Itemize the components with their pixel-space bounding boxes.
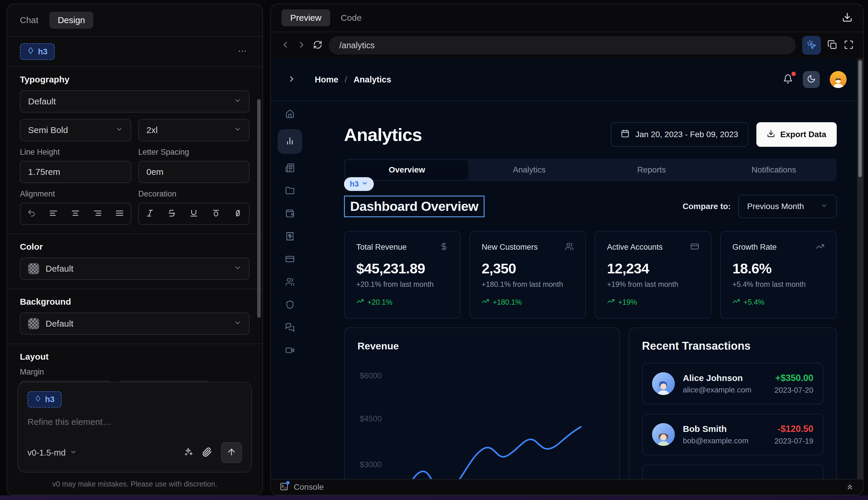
compare-select[interactable]: Previous Month bbox=[738, 195, 837, 218]
margin-label: Margin bbox=[20, 367, 250, 377]
design-mode-button[interactable] bbox=[802, 36, 821, 55]
decoration-toolbar bbox=[138, 203, 250, 225]
underline-icon[interactable] bbox=[187, 206, 200, 221]
selected-heading-outline[interactable]: Dashboard Overview bbox=[344, 196, 485, 217]
selected-element-chip[interactable]: h3 bbox=[20, 43, 55, 60]
stat-subtext: +5.4% from last month bbox=[732, 280, 824, 288]
sidebar-expand-icon[interactable] bbox=[287, 75, 296, 84]
trending-up-icon bbox=[482, 297, 489, 307]
app-top-nav: Home / Analytics bbox=[271, 58, 863, 101]
align-center-icon[interactable] bbox=[69, 206, 82, 221]
user-avatar[interactable] bbox=[830, 71, 847, 88]
url-input[interactable]: /analytics bbox=[329, 36, 796, 54]
folder-icon[interactable] bbox=[285, 186, 294, 196]
tab-notifications[interactable]: Notifications bbox=[713, 160, 835, 180]
align-left-icon[interactable] bbox=[47, 206, 60, 221]
tab-code[interactable]: Code bbox=[341, 13, 362, 23]
users-icon bbox=[565, 242, 574, 252]
element-tag-chip[interactable]: h3 bbox=[344, 177, 374, 191]
console-bar[interactable]: Console bbox=[271, 479, 863, 495]
copy-icon[interactable] bbox=[828, 40, 837, 51]
transaction-date: 2023-07-20 bbox=[775, 386, 813, 395]
line-height-input[interactable]: 1.75rem bbox=[20, 161, 131, 183]
tab-reports[interactable]: Reports bbox=[590, 160, 713, 180]
notification-dot bbox=[791, 72, 796, 76]
font-weight-select[interactable]: Semi Bold bbox=[20, 119, 131, 141]
align-right-icon[interactable] bbox=[91, 206, 104, 221]
dollar-icon bbox=[440, 242, 448, 252]
breadcrumb-home[interactable]: Home bbox=[315, 75, 338, 84]
users-icon[interactable] bbox=[285, 277, 294, 288]
stat-delta-value: +20.1% bbox=[367, 298, 393, 306]
sparkles-icon[interactable] bbox=[184, 447, 194, 458]
model-selector[interactable]: v0-1.5-md bbox=[27, 448, 77, 458]
date-range-picker[interactable]: Jan 20, 2023 - Feb 09, 2023 bbox=[611, 122, 748, 147]
tab-chat[interactable]: Chat bbox=[20, 15, 38, 25]
credit-card-icon[interactable] bbox=[285, 254, 294, 265]
tab-overview[interactable]: Overview bbox=[346, 160, 468, 180]
align-justify-icon[interactable] bbox=[113, 206, 126, 221]
tab-analytics[interactable]: Analytics bbox=[468, 160, 591, 180]
sidebar-item-analytics-active[interactable] bbox=[278, 129, 302, 154]
sidebar-scrollbar[interactable] bbox=[257, 99, 261, 318]
newspaper-icon[interactable] bbox=[285, 163, 294, 174]
trending-up-icon bbox=[732, 297, 740, 307]
date-range-value: Jan 20, 2023 - Feb 09, 2023 bbox=[635, 130, 738, 139]
background-select[interactable]: Default bbox=[20, 312, 250, 335]
dashboard-tabs: Overview Analytics Reports Notifications bbox=[344, 158, 837, 181]
letter-spacing-input[interactable]: 0em bbox=[138, 161, 250, 183]
transaction-row[interactable]: Bob Smith bob@example.com -$120.50 2023-… bbox=[642, 414, 823, 455]
no-decoration-icon[interactable] bbox=[231, 206, 245, 221]
layout-title: Layout bbox=[20, 352, 250, 362]
italic-icon[interactable] bbox=[143, 206, 157, 221]
stat-value: 2,350 bbox=[482, 260, 574, 276]
messages-icon[interactable] bbox=[285, 323, 294, 333]
forward-icon[interactable] bbox=[297, 40, 306, 51]
stat-value: 12,234 bbox=[607, 260, 699, 276]
more-options-icon[interactable] bbox=[235, 44, 250, 60]
compare-label: Compare to: bbox=[683, 202, 731, 211]
stat-card-active-accounts: Active Accounts 12,234 +19% from last mo… bbox=[595, 231, 711, 319]
transaction-row[interactable]: Alice Johnson alice@example.com +$350.00… bbox=[642, 363, 823, 405]
send-button[interactable] bbox=[221, 442, 242, 463]
theme-toggle-button[interactable] bbox=[803, 71, 820, 88]
chevrons-up-icon[interactable] bbox=[845, 482, 854, 492]
selected-element-row: h3 bbox=[7, 37, 263, 67]
bell-icon[interactable] bbox=[783, 74, 793, 85]
composer-element-chip[interactable]: h3 bbox=[27, 391, 62, 408]
strikethrough-icon[interactable] bbox=[165, 206, 178, 221]
wallet-icon[interactable] bbox=[285, 209, 294, 219]
download-icon[interactable] bbox=[842, 12, 853, 24]
shield-icon[interactable] bbox=[285, 300, 294, 310]
breadcrumb-separator: / bbox=[345, 75, 347, 84]
letter-spacing-label: Letter Spacing bbox=[138, 148, 250, 157]
video-icon[interactable] bbox=[285, 345, 294, 356]
undo-icon[interactable] bbox=[25, 206, 38, 221]
font-style-select[interactable]: Default bbox=[20, 90, 250, 113]
tab-design[interactable]: Design bbox=[49, 12, 93, 29]
font-weight-value: Semi Bold bbox=[28, 125, 68, 135]
transaction-name: Alice Johnson bbox=[683, 373, 766, 383]
typography-title: Typography bbox=[20, 75, 250, 84]
back-icon[interactable] bbox=[280, 40, 290, 51]
export-data-button[interactable]: Export Data bbox=[756, 122, 837, 147]
font-size-value: 2xl bbox=[147, 125, 158, 135]
browser-toolbar: /analytics bbox=[271, 32, 863, 58]
composer-input[interactable]: Refine this element… bbox=[27, 417, 242, 427]
preview-scrollbar-thumb[interactable] bbox=[858, 60, 862, 177]
home-icon[interactable] bbox=[285, 109, 294, 120]
bar-chart-icon bbox=[285, 136, 294, 147]
fullscreen-icon[interactable] bbox=[844, 40, 854, 51]
sidebar-tab-bar: Chat Design bbox=[7, 4, 263, 37]
preview-scrollbar-track[interactable] bbox=[857, 58, 863, 479]
overline-icon[interactable] bbox=[209, 206, 223, 221]
transaction-amount: -$120.50 bbox=[775, 424, 813, 434]
color-select[interactable]: Default bbox=[20, 258, 250, 280]
paperclip-icon[interactable] bbox=[202, 447, 212, 458]
font-size-select[interactable]: 2xl bbox=[138, 119, 250, 141]
background-section: Background Default bbox=[7, 289, 263, 344]
stat-delta-value: +180.1% bbox=[493, 298, 522, 306]
tab-preview[interactable]: Preview bbox=[281, 9, 330, 26]
receipt-icon[interactable] bbox=[285, 231, 294, 242]
refresh-icon[interactable] bbox=[313, 40, 322, 50]
